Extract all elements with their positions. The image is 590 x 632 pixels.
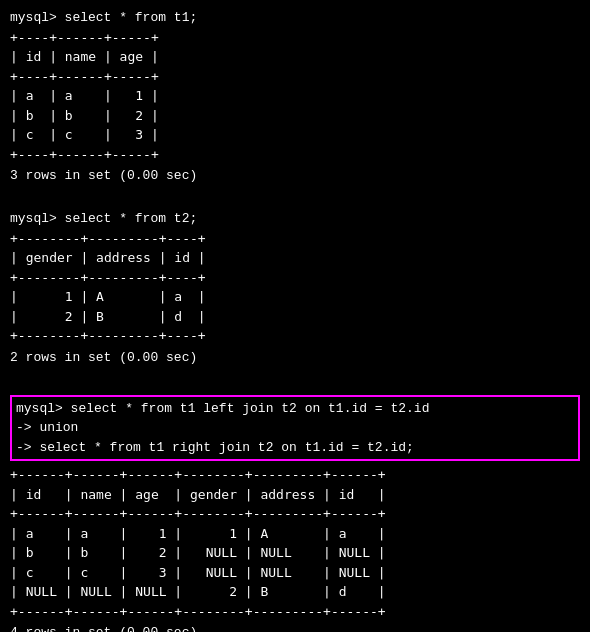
table-query3-pre: +------+------+------+--------+---------… [10,465,580,621]
status-query2: 2 rows in set (0.00 sec) [10,348,580,368]
prompt-query3-line3: -> select * from t1 right join t2 on t1.… [16,438,574,458]
table-query3: +------+------+------+--------+---------… [10,465,580,621]
terminal-window: mysql> select * from t1; +----+------+--… [10,8,580,632]
status-query3: 4 rows in set (0.00 sec) [10,623,580,632]
table-query2-pre: +--------+---------+----+ | gender | add… [10,229,580,346]
section-query2: mysql> select * from t2; +--------+-----… [10,209,580,367]
section-query3: mysql> select * from t1 left join t2 on … [10,395,580,633]
status-query1: 3 rows in set (0.00 sec) [10,166,580,186]
prompt-query1: mysql> select * from t1; [10,8,580,28]
prompt-query3-line1: mysql> select * from t1 left join t2 on … [16,399,574,419]
prompt-query3-line2: -> union [16,418,574,438]
highlighted-query-block: mysql> select * from t1 left join t2 on … [10,395,580,462]
blank1 [10,190,580,210]
table-query1-pre: +----+------+-----+ | id | name | age | … [10,28,580,165]
blank2 [10,371,580,391]
section-query1: mysql> select * from t1; +----+------+--… [10,8,580,186]
prompt-query2: mysql> select * from t2; [10,209,580,229]
table-query1: +----+------+-----+ | id | name | age | … [10,28,580,165]
table-query2: +--------+---------+----+ | gender | add… [10,229,580,346]
